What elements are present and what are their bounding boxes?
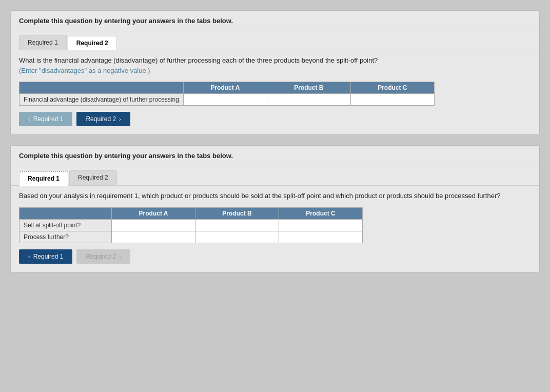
cell-product-c[interactable]	[350, 94, 434, 106]
chevron-left-icon: ‹	[28, 116, 30, 122]
cell-product-b[interactable]	[267, 94, 350, 106]
col2-header-product-b: Product B	[195, 207, 279, 219]
chevron-right-icon: ›	[119, 116, 121, 122]
panel-2-tabs: Required 1 Required 2	[11, 166, 539, 186]
panel-2-tab-required2[interactable]: Required 2	[69, 170, 117, 185]
row-label-financial: Financial advantage (disadvantage) of fu…	[19, 94, 184, 106]
panel-2-buttons: ‹ Required 1 Required 2 ›	[19, 249, 531, 264]
input-sell-product-a[interactable]	[112, 220, 195, 231]
cell2-sell-product-b[interactable]	[195, 219, 279, 231]
chevron-left-icon-2: ‹	[28, 253, 30, 260]
cell2-sell-product-c[interactable]	[279, 219, 363, 231]
panel-1: Complete this question by entering your …	[10, 10, 540, 135]
input-sell-product-c[interactable]	[279, 220, 362, 231]
col-header-product-b: Product B	[267, 82, 350, 94]
row-label-sell: Sell at split-off point?	[19, 219, 112, 231]
input-financial-product-b[interactable]	[267, 94, 350, 105]
col-header-product-a: Product A	[183, 82, 267, 94]
panel-1-table: Product A Product B Product C Financial …	[19, 82, 435, 106]
panel-1-body: What is the financial advantage (disadva…	[11, 50, 539, 134]
panel-2-header: Complete this question by entering your …	[11, 146, 539, 166]
panel-2-body: Based on your analysis in requirement 1,…	[11, 186, 539, 272]
input-financial-product-a[interactable]	[184, 94, 267, 105]
panel-1-next-button[interactable]: Required 2 ›	[76, 112, 130, 126]
input-process-product-c[interactable]	[279, 231, 362, 243]
col2-header-empty	[19, 207, 112, 219]
col-header-empty	[19, 82, 184, 94]
panel-1-question: What is the financial advantage (disadva…	[19, 55, 531, 75]
col-header-product-c: Product C	[350, 82, 434, 94]
panel-1-buttons: ‹ Required 1 Required 2 ›	[19, 112, 531, 126]
table-row: Financial advantage (disadvantage) of fu…	[19, 94, 435, 106]
panel-2-prev-button[interactable]: ‹ Required 1	[19, 249, 72, 264]
col2-header-product-c: Product C	[279, 207, 363, 219]
panel-1-tabs: Required 1 Required 2	[11, 31, 539, 50]
cell2-process-product-a[interactable]	[112, 231, 195, 243]
col2-header-product-a: Product A	[112, 207, 195, 219]
panel-2-question: Based on your analysis in requirement 1,…	[19, 191, 531, 201]
panel-1-header: Complete this question by entering your …	[11, 11, 539, 31]
cell2-process-product-c[interactable]	[279, 231, 363, 243]
panel-2-next-button: Required 2 ›	[76, 249, 130, 264]
panel-2-table: Product A Product B Product C Sell at sp…	[19, 207, 363, 243]
row-label-process: Process further?	[19, 231, 112, 243]
input-financial-product-c[interactable]	[351, 94, 434, 105]
input-sell-product-b[interactable]	[195, 220, 279, 231]
cell2-process-product-b[interactable]	[195, 231, 279, 243]
panel-1-tab-required1[interactable]: Required 1	[19, 35, 67, 50]
input-process-product-b[interactable]	[195, 231, 279, 243]
panel-1-tab-required2[interactable]: Required 2	[68, 36, 117, 50]
table-row-sell: Sell at split-off point?	[19, 219, 363, 231]
chevron-right-icon-2: ›	[119, 253, 121, 260]
panel-2-tab-required1[interactable]: Required 1	[19, 171, 68, 186]
cell2-sell-product-a[interactable]	[112, 219, 195, 231]
cell-product-a[interactable]	[183, 94, 267, 106]
panel-1-prev-button[interactable]: ‹ Required 1	[19, 112, 72, 126]
panel-2: Complete this question by entering your …	[10, 145, 540, 272]
table-row-process: Process further?	[19, 231, 363, 243]
input-process-product-a[interactable]	[112, 231, 195, 243]
